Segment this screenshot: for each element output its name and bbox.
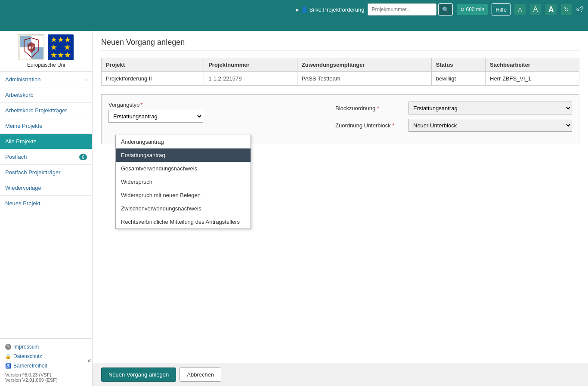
impressum-label: Impressum (13, 344, 39, 350)
unterblock-required: * (392, 122, 394, 129)
form-section: Vorgangstyp * Erstattungsantrag Änderung… (101, 94, 579, 144)
font-medium-button[interactable]: A (529, 3, 542, 15)
blockzuordnung-row: Blockzuordnung * Erstattungsantrag (335, 102, 572, 114)
font-medium-label: A (533, 6, 538, 13)
sidebar-item-label: Meine Projekte (5, 123, 43, 129)
sidebar-item-administration[interactable]: Administration › (0, 72, 92, 87)
topbar: 👤 Silke.Projektförderung 🔍 ↻ 600 min Hil… (0, 0, 588, 19)
barrierefreiheit-label: Barrierefreiheit (13, 363, 47, 369)
logo-area: BY ★★★★ ★★★★ Europäische Uni (0, 31, 92, 72)
refresh-small-icon: ↻ (460, 6, 464, 12)
unterblock-row: Zuordnung Unterblock * Neuer Unterblock (335, 119, 572, 132)
sidebar-item-postfach-projekttraeger[interactable]: Postfach Projektträger (0, 165, 92, 180)
vorgangstyp-select-container: Erstattungsantrag Änderungsantrag Erstat… (108, 110, 203, 123)
form-row-vorgangstyp: Vorgangstyp * Erstattungsantrag Änderung… (108, 102, 572, 132)
sidebar-item-label: Wiedervorlage (5, 185, 41, 191)
page-title: Neuen Vorgang anlegen (101, 38, 579, 51)
cell-status: bewilligt (431, 72, 485, 86)
font-large-button[interactable]: A (545, 3, 557, 15)
sidebar-item-meine-projekte[interactable]: Meine Projekte (0, 118, 92, 134)
option-label: Gesamtverwendungsnachweis (121, 165, 197, 172)
help-label: Hilfe (495, 6, 507, 13)
option-label: Widerspruch mit neuen Belegen (121, 192, 201, 198)
cell-projektnummer: 1-1.2-221579 (204, 72, 297, 86)
sidebar-item-neues-projekt[interactable]: Neues Projekt (0, 196, 92, 211)
unterblock-select[interactable]: Neuer Unterblock (409, 119, 572, 132)
dropdown-option-aenderungsantrag[interactable]: Änderungsantrag (116, 135, 251, 148)
vorgangstyp-group: Vorgangstyp * Erstattungsantrag Änderung… (108, 102, 203, 123)
footer-buttons: Neuen Vorgang anlegen Abbrechen (93, 363, 588, 386)
search-button[interactable]: 🔍 (438, 3, 453, 15)
timer-label: 600 min (466, 6, 484, 12)
font-small-button[interactable]: A (514, 3, 526, 15)
vorgangstyp-required: * (140, 102, 142, 108)
user-icon: 👤 (301, 6, 308, 13)
arrows-button[interactable]: «? (576, 6, 584, 13)
option-label: Rechtsverbindliche Mitteilung des Antrag… (121, 219, 240, 225)
dropdown-option-zwischenverwendungsnachweis[interactable]: Zwischenverwendungsnachweis (116, 202, 251, 215)
bavaria-logo: BY (19, 34, 44, 60)
col-zuwendungsempfaenger: Zuwendungsempfänger (297, 58, 431, 72)
right-form: Blockzuordnung * Erstattungsantrag Zuord… (335, 102, 572, 132)
option-label: Erstattungsantrag (121, 152, 165, 158)
dropdown-option-rechtsverbindliche[interactable]: Rechtsverbindliche Mitteilung des Antrag… (116, 215, 251, 229)
option-label: Zwischenverwendungsnachweis (121, 205, 201, 212)
sidebar-item-label: Neues Projekt (5, 200, 40, 207)
blockzuordnung-required: * (377, 105, 379, 111)
unterblock-label: Zuordnung Unterblock * (335, 122, 404, 129)
refresh-button[interactable]: ↻ (560, 3, 573, 15)
username: Silke.Projektförderung (309, 6, 365, 13)
dropdown-option-widerspruch-belege[interactable]: Widerspruch mit neuen Belegen (116, 188, 251, 202)
version-info: Version ^8.0.23 (VSF) Version V2.01.069 … (5, 372, 87, 383)
search-container: 🔍 (368, 3, 453, 15)
impressum-link[interactable]: Impressum (5, 342, 87, 352)
dropdown-option-widerspruch[interactable]: Widerspruch (116, 175, 251, 188)
font-large-label: A (548, 5, 554, 14)
sidebar-item-label: Arbeitskorb (5, 92, 34, 98)
blockzuordnung-label: Blockzuordnung * (335, 105, 404, 111)
option-label: Widerspruch (121, 179, 152, 185)
main-layout: BY ★★★★ ★★★★ Europäische Uni Administrat… (0, 31, 588, 386)
vorgangstyp-select[interactable]: Erstattungsantrag (108, 110, 203, 123)
abbrechen-button[interactable]: Abbrechen (179, 367, 221, 382)
vorgangstyp-label: Vorgangstyp * (108, 102, 203, 108)
table-row: Projektförderung II 1-1.2-221579 PASS Te… (102, 72, 579, 86)
header-band (0, 19, 588, 31)
col-projekt: Projekt (102, 58, 204, 72)
col-sachbearbeiter: Sachbearbeiter (486, 58, 579, 72)
help-button[interactable]: Hilfe (492, 3, 511, 15)
dropdown-overlay: Änderungsantrag Erstattungsantrag Gesamt… (115, 135, 251, 229)
sidebar-item-arbeitskorb[interactable]: Arbeitskorb (0, 87, 92, 103)
blockzuordnung-label-text: Blockzuordnung (335, 105, 375, 111)
eu-logo: ★★★★ ★★★★ (48, 34, 74, 60)
dropdown-option-erstattungsantrag[interactable]: Erstattungsantrag (116, 148, 251, 162)
cell-sachbearbeiter: Herr ZBFS_VI_1 (486, 72, 579, 86)
cell-projekt: Projektförderung II (102, 72, 204, 86)
sidebar-item-label: Arbeitskorb Projektträger (5, 107, 67, 114)
sidebar-item-label: Administration (5, 76, 40, 83)
unterblock-label-text: Zuordnung Unterblock (335, 122, 391, 129)
anlegen-button[interactable]: Neuen Vorgang anlegen (101, 367, 176, 382)
postfach-badge: 6 (79, 154, 87, 160)
project-table: Projekt Projektnummer Zuwendungsempfänge… (101, 58, 579, 86)
version2: Version V2.01.069 (ESF) (5, 377, 87, 383)
cell-zuwendungsempfaenger: PASS Testteam (297, 72, 431, 86)
search-input[interactable] (368, 3, 436, 15)
sidebar-collapse-button[interactable]: « (87, 357, 91, 364)
eu-stars: ★★★★ ★★★★ (50, 36, 71, 59)
sidebar-item-postfach[interactable]: Postfach 6 (0, 149, 92, 165)
datenschutz-label: Datenschutz (13, 353, 42, 359)
blockzuordnung-select[interactable]: Erstattungsantrag (409, 102, 572, 114)
timer-button[interactable]: ↻ 600 min (456, 3, 488, 15)
sidebar-item-arbeitskorb-projekttraeger[interactable]: Arbeitskorb Projektträger (0, 103, 92, 118)
datenschutz-link[interactable]: Datenschutz (5, 352, 87, 361)
sidebar-item-alle-projekte[interactable]: Alle Projekte (0, 134, 92, 149)
sidebar-item-wiedervorlage[interactable]: Wiedervorlage (0, 180, 92, 196)
svg-text:BY: BY (29, 46, 34, 49)
refresh-icon: ↻ (564, 6, 569, 13)
col-projektnummer: Projektnummer (204, 58, 297, 72)
barrierefreiheit-link[interactable]: Barrierefreiheit (5, 361, 87, 371)
sidebar: BY ★★★★ ★★★★ Europäische Uni Administrat… (0, 31, 93, 386)
sidebar-item-label: Postfach (5, 154, 27, 160)
dropdown-option-gesamtverwendungsnachweis[interactable]: Gesamtverwendungsnachweis (116, 162, 251, 175)
